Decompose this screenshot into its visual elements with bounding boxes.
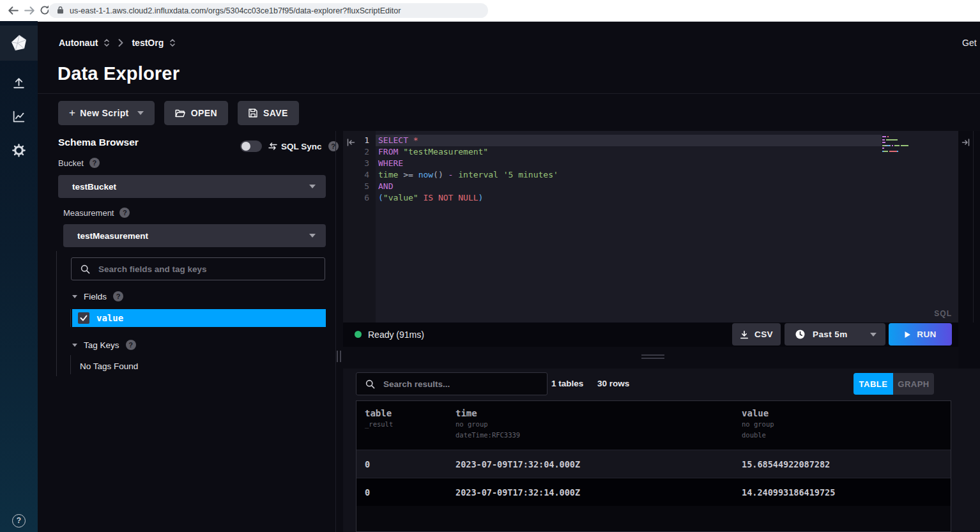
forward-icon[interactable]	[23, 4, 36, 17]
tree-guide-line	[70, 309, 71, 327]
left-resize-handle[interactable]	[337, 351, 343, 362]
rows-count: 30 rows	[597, 379, 629, 388]
sql-sync-toggle[interactable]	[240, 141, 262, 152]
new-script-button[interactable]: + New Script	[58, 101, 155, 125]
fields-section-header[interactable]: Fields ?	[72, 291, 123, 301]
code-line: 1SELECT *	[343, 135, 882, 146]
schema-search-box	[71, 257, 325, 280]
tables-count: 1 tables	[551, 379, 583, 388]
nav-sidebar: ?	[0, 21, 38, 532]
divider	[38, 93, 980, 94]
page-title: Data Explorer	[57, 63, 180, 84]
column-header: table_result	[365, 408, 456, 450]
org-switcher[interactable]: testOrg	[132, 38, 176, 48]
query-status-bar: Ready (91ms) CSV Past 5m RUN	[343, 323, 958, 347]
address-bar[interactable]: us-east-1-1.aws.cloud2.influxdata.com/or…	[49, 3, 488, 18]
breadcrumb: Autonaut testOrg	[59, 36, 176, 49]
influxdb-logo[interactable]	[0, 26, 38, 61]
code-line: 4time >= now() - interval '5 minutes'	[343, 169, 882, 181]
sql-editor[interactable]: 1SELECT *2FROM "testMeasurement"3WHERE4t…	[343, 131, 958, 323]
influxdb-data-explorer: us-east-1-1.aws.cloud2.influxdata.com/or…	[0, 0, 980, 532]
folder-icon	[175, 109, 185, 118]
code-line: 3WHERE	[343, 158, 882, 169]
help-circle-icon[interactable]: ?	[113, 291, 123, 301]
results-search-input[interactable]	[382, 379, 530, 390]
bucket-label: Bucket?	[58, 158, 100, 168]
results-search-box	[356, 372, 547, 395]
open-button[interactable]: OPEN	[164, 101, 228, 125]
tree-guide-line	[70, 355, 71, 374]
table-row: 02023-07-09T17:32:04.000Z15.685449220872…	[356, 450, 951, 478]
status-text: Ready (91ms)	[368, 330, 424, 340]
chevron-down-icon	[870, 333, 877, 337]
view-tabs: TABLE GRAPH	[854, 373, 934, 395]
browser-toolbar: us-east-1-1.aws.cloud2.influxdata.com/or…	[0, 0, 980, 22]
sort-chevrons-icon	[103, 38, 110, 47]
lock-icon	[57, 5, 64, 17]
help-circle-icon[interactable]: ?	[89, 158, 100, 168]
caret-down-icon	[72, 295, 77, 298]
search-icon	[365, 379, 375, 389]
save-icon	[249, 109, 257, 118]
checkbox-checked[interactable]	[78, 312, 89, 324]
no-tags-message: No Tags Found	[80, 361, 138, 371]
table-header: table_resulttimeno groupdateTime:RFC3339…	[356, 401, 951, 450]
bucket-dropdown[interactable]: testBucket	[58, 175, 326, 198]
language-badge: SQL	[934, 309, 952, 318]
csv-download-button[interactable]: CSV	[732, 323, 781, 346]
plus-icon: +	[69, 107, 75, 119]
help-circle-icon[interactable]: ?	[119, 208, 130, 218]
caret-down-icon	[72, 344, 77, 347]
table-row: 02023-07-09T17:32:14.000Z14.240993186419…	[356, 478, 951, 506]
check-icon	[80, 315, 88, 321]
chevron-right-icon	[118, 39, 123, 47]
editor-right-strip	[958, 131, 980, 369]
clock-icon	[795, 330, 805, 339]
download-icon	[740, 330, 749, 339]
help-circle-icon[interactable]: ?	[328, 141, 339, 151]
field-item-value[interactable]: value	[72, 309, 326, 327]
chevron-down-icon	[309, 234, 316, 238]
chevron-down-icon	[137, 111, 144, 115]
url-text: us-east-1-1.aws.cloud2.influxdata.com/or…	[70, 6, 401, 15]
tab-graph[interactable]: GRAPH	[893, 373, 934, 395]
script-toolbar: + New Script OPEN SAVE	[58, 101, 299, 125]
measurement-label: Measurement?	[63, 208, 130, 218]
table-body: 02023-07-09T17:32:04.000Z15.685449220872…	[356, 450, 951, 506]
schema-search-input[interactable]	[97, 264, 295, 275]
chevron-down-icon	[309, 185, 316, 188]
panel-divider	[335, 131, 336, 532]
account-switcher[interactable]: Autonaut	[59, 38, 110, 48]
run-button[interactable]: RUN	[889, 323, 952, 346]
sync-arrows-icon	[268, 142, 277, 150]
back-icon[interactable]	[6, 4, 19, 17]
tag-keys-section-header[interactable]: Tag Keys ?	[72, 340, 136, 350]
code-line: 2FROM "testMeasurement"	[343, 146, 882, 158]
horizontal-resize-handle[interactable]	[641, 354, 664, 360]
sql-sync-label: SQL Sync	[281, 142, 322, 151]
schema-browser-title: Schema Browser	[58, 137, 139, 148]
settings-gear-icon[interactable]	[0, 141, 38, 160]
results-table: table_resulttimeno groupdateTime:RFC3339…	[356, 400, 951, 532]
editor-minimap[interactable]	[882, 136, 908, 153]
collapse-right-icon[interactable]	[961, 137, 970, 149]
sql-sync-group: SQL Sync ?	[240, 141, 339, 152]
time-range-dropdown[interactable]: Past 5m	[785, 323, 885, 346]
play-icon	[904, 331, 911, 338]
get-link[interactable]: Get	[962, 38, 980, 48]
tab-table[interactable]: TABLE	[854, 373, 893, 395]
graphs-icon[interactable]	[0, 107, 38, 126]
upload-icon[interactable]	[0, 73, 38, 93]
save-button[interactable]: SAVE	[238, 101, 299, 125]
help-circle-icon[interactable]: ?	[126, 340, 136, 350]
measurement-dropdown[interactable]: testMeasurement	[63, 224, 326, 247]
code-line: 5AND	[343, 181, 882, 192]
column-header: timeno groupdateTime:RFC3339	[456, 408, 742, 450]
help-icon[interactable]: ?	[0, 511, 38, 530]
results-pane: 1 tables 30 rows TABLE GRAPH table_resul…	[343, 369, 980, 532]
code-line: 6("value" IS NOT NULL)	[343, 192, 882, 204]
status-dot	[355, 331, 362, 338]
sort-chevrons-icon	[169, 38, 176, 47]
column-header: valueno groupdouble	[742, 408, 951, 450]
tree-guide-line	[56, 251, 57, 376]
